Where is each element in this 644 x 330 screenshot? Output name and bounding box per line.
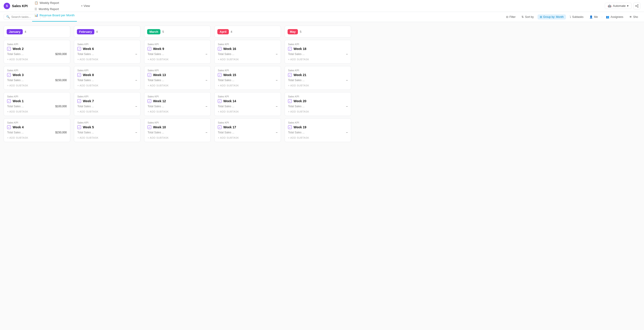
month-badge-january[interactable]: January xyxy=(7,29,23,34)
card-week3: Sales KPI Week 3 Total Sales ... $150,00… xyxy=(4,66,70,90)
card-title-row-week21: Week 21 xyxy=(288,73,348,77)
add-subtask-week13[interactable]: + ADD SUBTASK xyxy=(148,83,207,87)
eye-icon: 👁 xyxy=(629,15,632,18)
card-week4: Sales KPI Week 4 Total Sales ... $150,00… xyxy=(4,118,70,142)
card-parent-week13: Sales KPI xyxy=(148,69,207,72)
column-january: January 4 Sales KPI Week 2 Total Sales .… xyxy=(4,26,70,326)
group-by-button[interactable]: ⊞ Group by: Month xyxy=(538,14,566,19)
subtasks-icon: ⤵ xyxy=(570,15,571,18)
card-check-week2[interactable] xyxy=(7,47,11,51)
card-value-week6: – xyxy=(136,52,137,56)
card-check-week14[interactable] xyxy=(218,99,222,103)
me-button[interactable]: 👤 Me xyxy=(587,14,600,19)
card-check-week15[interactable] xyxy=(218,73,222,77)
add-subtask-week4[interactable]: + ADD SUBTASK xyxy=(7,136,67,139)
card-row-week10: Total Sales ... – xyxy=(148,130,207,134)
show-button[interactable]: 👁 Sho xyxy=(627,14,640,19)
add-subtask-week15[interactable]: + ADD SUBTASK xyxy=(218,83,278,87)
month-badge-march[interactable]: March xyxy=(147,29,160,34)
month-badge-april[interactable]: April xyxy=(217,29,229,34)
card-week1: Sales KPI Week 1 Total Sales ... $100,00… xyxy=(4,92,70,116)
card-parent-week12: Sales KPI xyxy=(148,95,207,98)
month-badge-february[interactable]: February xyxy=(77,29,94,34)
card-week6: Sales KPI Week 6 Total Sales ... – + ADD… xyxy=(74,40,140,64)
add-subtask-week12[interactable]: + ADD SUBTASK xyxy=(148,109,207,113)
card-check-week12[interactable] xyxy=(148,99,151,103)
add-subtask-week19[interactable]: + ADD SUBTASK xyxy=(288,136,348,139)
card-value-week7: – xyxy=(136,105,137,108)
card-title-row-week4: Week 4 xyxy=(7,125,67,129)
automate-button[interactable]: 🤖 Automate ▾ xyxy=(605,3,632,9)
nav-tab-revenue-board[interactable]: 📊Revenue Board per Month xyxy=(32,12,77,18)
card-title-week5: Week 5 xyxy=(83,125,94,129)
card-label-week6: Total Sales ... xyxy=(77,52,94,56)
add-subtask-week18[interactable]: + ADD SUBTASK xyxy=(288,57,348,61)
add-subtask-week21[interactable]: + ADD SUBTASK xyxy=(288,83,348,87)
card-check-week7[interactable] xyxy=(77,99,81,103)
card-check-week21[interactable] xyxy=(288,73,292,77)
card-check-week5[interactable] xyxy=(77,125,81,129)
card-check-week8[interactable] xyxy=(77,73,81,77)
add-subtask-week1[interactable]: + ADD SUBTASK xyxy=(7,109,67,113)
card-label-week10: Total Sales ... xyxy=(148,131,164,134)
add-subtask-week16[interactable]: + ADD SUBTASK xyxy=(218,57,278,61)
card-week9: Sales KPI Week 9 Total Sales ... – + ADD… xyxy=(144,40,211,64)
card-check-week17[interactable] xyxy=(218,125,222,129)
card-row-week6: Total Sales ... – xyxy=(77,52,137,56)
card-title-week17: Week 17 xyxy=(223,125,236,129)
sort-icon: ⇅ xyxy=(522,15,524,18)
add-subtask-week7[interactable]: + ADD SUBTASK xyxy=(77,109,137,113)
card-check-week1[interactable] xyxy=(7,99,11,103)
card-title-week15: Week 15 xyxy=(223,73,236,77)
card-check-week19[interactable] xyxy=(288,125,292,129)
add-subtask-week8[interactable]: + ADD SUBTASK xyxy=(77,83,137,87)
card-title-row-week18: Week 18 xyxy=(288,47,348,51)
card-parent-week16: Sales KPI xyxy=(218,43,278,46)
add-subtask-week3[interactable]: + ADD SUBTASK xyxy=(7,83,67,87)
card-check-week4[interactable] xyxy=(7,125,11,129)
card-check-week10[interactable] xyxy=(148,125,151,129)
user-icon: 👤 xyxy=(590,15,593,18)
card-row-week17: Total Sales ... – xyxy=(218,130,278,134)
card-label-week20: Total Sales ... xyxy=(288,105,304,108)
sort-by-button[interactable]: ⇅ Sort by xyxy=(519,14,536,19)
nav-tab-weekly-report[interactable]: 📋Weekly Report xyxy=(32,0,77,6)
filter-button[interactable]: ⊟ Filter xyxy=(504,14,518,19)
assignees-button[interactable]: 👥 Assignees xyxy=(604,14,626,19)
add-subtask-week6[interactable]: + ADD SUBTASK xyxy=(77,57,137,61)
card-check-week16[interactable] xyxy=(218,47,222,51)
add-view-button[interactable]: + View xyxy=(79,3,92,9)
add-subtask-week2[interactable]: + ADD SUBTASK xyxy=(7,57,67,61)
card-title-week20: Week 20 xyxy=(294,99,306,103)
card-value-week15: – xyxy=(276,79,278,82)
nav-tab-monthly-report[interactable]: ☰Monthly Report xyxy=(32,6,77,12)
card-label-week8: Total Sales ... xyxy=(77,79,94,82)
card-week15: Sales KPI Week 15 Total Sales ... – + AD… xyxy=(214,66,281,90)
column-header-may: May 5 xyxy=(284,26,351,38)
add-subtask-week20[interactable]: + ADD SUBTASK xyxy=(288,109,348,113)
card-check-week20[interactable] xyxy=(288,99,292,103)
card-label-week14: Total Sales ... xyxy=(218,105,234,108)
card-week5: Sales KPI Week 5 Total Sales ... – + ADD… xyxy=(74,118,140,142)
card-check-week9[interactable] xyxy=(148,47,151,51)
share-button[interactable] xyxy=(634,2,640,9)
card-title-week7: Week 7 xyxy=(83,99,94,103)
month-badge-may[interactable]: May xyxy=(288,29,298,34)
add-subtask-week5[interactable]: + ADD SUBTASK xyxy=(77,136,137,139)
card-row-week5: Total Sales ... – xyxy=(77,130,137,134)
month-count-march: 5 xyxy=(162,30,164,33)
card-check-week3[interactable] xyxy=(7,73,11,77)
card-check-week18[interactable] xyxy=(288,47,292,51)
add-subtask-week17[interactable]: + ADD SUBTASK xyxy=(218,136,278,139)
add-subtask-week9[interactable]: + ADD SUBTASK xyxy=(148,57,207,61)
card-check-week6[interactable] xyxy=(77,47,81,51)
card-value-week14: – xyxy=(276,105,278,108)
card-title-row-week7: Week 7 xyxy=(77,99,137,103)
card-check-week13[interactable] xyxy=(148,73,151,77)
add-subtask-week14[interactable]: + ADD SUBTASK xyxy=(218,109,278,113)
nav-tabs: 📄Getting Started Guide📋Weekly Report☰Mon… xyxy=(32,0,77,18)
add-subtask-week10[interactable]: + ADD SUBTASK xyxy=(148,136,207,139)
card-week21: Sales KPI Week 21 Total Sales ... – + AD… xyxy=(284,66,351,90)
subtasks-button[interactable]: ⤵ Subtasks xyxy=(567,14,586,19)
tab-icon-revenue-board: 📊 xyxy=(34,13,38,17)
